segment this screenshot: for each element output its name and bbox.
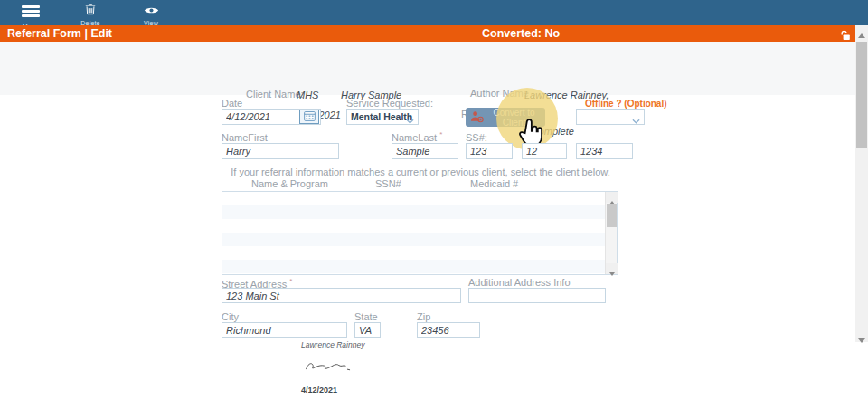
required-asterisk: * [439,130,442,138]
offline-optional-label: Offline ? (Optional) [585,99,667,109]
client-match-row[interactable] [222,219,617,233]
title-bar: Referral Form | Edit Converted: No [0,25,855,42]
match-instruction: If your referral information matches a c… [222,167,619,177]
ssn-part3-input[interactable] [576,143,633,159]
client-match-row[interactable] [222,233,617,246]
trash-icon [84,3,97,15]
name-last-label: NameLast * [392,130,442,143]
page-scrollbar[interactable] [855,25,868,342]
required-asterisk: * [289,277,292,285]
ssn-part1-input[interactable] [466,143,513,159]
page-scrollbar-thumb[interactable] [856,42,867,148]
client-match-row[interactable] [222,205,617,219]
delete-button[interactable]: Delete [71,1,110,24]
calendar-icon[interactable] [299,110,319,124]
view-button[interactable]: View [131,1,171,24]
menu-button[interactable]: Menu [11,1,51,24]
signature-author-name: Lawrence Rainney [301,340,364,349]
state-label: State [354,311,378,322]
name-last-input[interactable] [392,143,458,159]
service-requested-select[interactable]: Mental Health [346,109,419,125]
city-label: City [222,311,239,322]
offline-select[interactable] [576,109,645,125]
client-match-row[interactable] [222,246,617,260]
scroll-up-arrow-icon[interactable] [855,25,868,37]
match-column-ssn: SSN# [375,178,401,189]
convert-to-client-button[interactable]: Convert to Client [466,108,545,127]
convert-to-client-label: Convert to Client [487,108,541,128]
additional-address-input[interactable] [468,288,606,303]
chevron-down-icon [406,115,414,126]
scroll-down-arrow-icon[interactable] [855,330,868,342]
client-info-band: Client Name: MHS Harry Sample Author Nam… [0,42,855,95]
client-program: MHS [297,90,318,100]
eye-icon [144,3,159,15]
additional-address-label: Additional Address Info [468,277,571,288]
listbox-scrollbar-thumb[interactable] [607,204,617,227]
client-name-label: Client Name: [246,89,304,100]
referral-form-window: Menu Delete View Referral Form | Edit Co… [0,0,868,400]
scroll-up-arrow-icon[interactable] [606,192,618,203]
name-first-input[interactable] [222,143,339,159]
zip-input[interactable] [417,322,480,338]
converted-status: Converted: No [482,27,560,40]
ssn-label: SS#: [466,132,487,143]
client-match-listbox[interactable] [222,191,618,275]
date-label: Date [222,98,242,109]
form-status: Incomplete [525,126,574,137]
client-match-row[interactable] [222,192,617,205]
street-address-input[interactable] [222,288,461,303]
signature-date: 4/12/2021 [301,386,337,395]
match-column-name-program: Name & Program [251,178,328,189]
toolbar: Menu Delete View [0,0,868,25]
ssn-part2-input[interactable] [522,143,567,159]
service-requested-label: Service Requested: [346,98,433,109]
state-input[interactable] [354,322,381,338]
city-input[interactable] [222,322,347,338]
zip-label: Zip [417,311,430,322]
scroll-down-arrow-icon[interactable] [606,263,618,274]
service-requested-value: Mental Health [351,111,412,122]
menu-icon [22,4,40,19]
name-first-label: NameFirst [222,132,268,143]
chevron-down-icon [632,115,640,126]
page-title: Referral Form | Edit [7,27,112,40]
match-column-medicaid: Medicaid # [470,178,518,189]
author-name-label: Author Name [470,88,529,99]
listbox-scrollbar[interactable] [605,192,617,274]
person-add-icon [470,110,484,125]
client-match-row[interactable] [222,260,617,273]
signature-image [303,355,355,382]
